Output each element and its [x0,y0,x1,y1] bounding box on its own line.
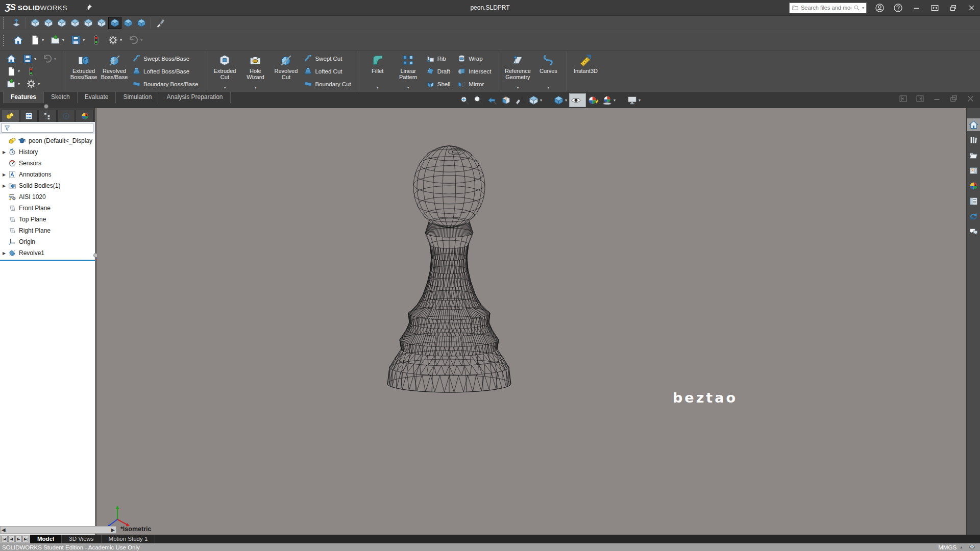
expand-icon[interactable]: ▶ [0,251,8,256]
scroll-left-icon[interactable]: ◀ [2,527,6,533]
section-view-button[interactable] [500,94,512,107]
new-document-button[interactable]: ▾ [27,33,47,47]
view-settings-button[interactable]: ▾ [626,94,642,107]
expand-icon[interactable]: ▶ [0,184,8,188]
view-front-button[interactable] [29,17,42,29]
flyout-arrow-icon[interactable]: ▾ [377,85,379,90]
pane-previous-button[interactable] [899,94,908,103]
revolved-cut-button[interactable]: RevolvedCut [271,52,301,91]
view-dimetric-button[interactable] [135,17,148,29]
tree-item-top-plane[interactable]: Top Plane [0,214,95,225]
panel-tab-featuremanager[interactable] [1,110,19,122]
normal-to-button[interactable] [10,17,23,29]
open-document-button[interactable]: ▾ [6,79,20,89]
help-button[interactable] [892,2,903,13]
panel-tab-dimxpertmanager[interactable] [57,110,76,122]
reference-geometry-button[interactable]: ReferenceGeometry ▾ [503,52,532,91]
wireframe-pawn-model[interactable] [385,145,513,395]
feature-tree-filter[interactable] [2,123,93,133]
panel-splitter-knob[interactable] [44,104,48,109]
flyout-arrow-icon[interactable]: ▾ [547,85,549,90]
panel-tab-configurationmanager[interactable] [38,110,57,122]
flyout-arrow-icon[interactable]: ▾ [224,85,226,90]
boundary-boss-button[interactable]: Boundary Boss/Base [131,79,201,89]
search-icon[interactable] [853,5,860,11]
tab-evaluate[interactable]: Evaluate [78,92,116,103]
tree-item-solid-bodies-1-[interactable]: ▶ Solid Bodies(1) [0,180,95,191]
shell-button[interactable]: Shell [425,79,454,89]
pin-menu-icon[interactable] [85,4,93,12]
lofted-boss-button[interactable]: Lofted Boss/Base [131,66,201,77]
nav-previous-button[interactable]: ◀ [8,536,15,542]
feature-panel-scrollbar[interactable]: ◀ ▶ [0,526,116,534]
toolbar-drag-handle[interactable] [3,17,7,29]
pane-next-button[interactable] [916,94,924,103]
tree-item-aisi-1020[interactable]: AISI 1020 [0,191,95,203]
flyout-arrow-icon[interactable]: ▾ [407,85,409,90]
view-isometric-button[interactable] [108,17,121,29]
mirror-button[interactable]: Mirror [456,79,494,89]
hide-show-items-button[interactable]: ▾ [569,93,586,107]
taskpane-comments-button[interactable] [967,226,980,238]
view-top-button[interactable] [82,17,95,29]
swept-cut-button[interactable]: Swept Cut [303,53,354,64]
search-input[interactable] [801,5,851,11]
flyout-arrow-icon[interactable]: ▾ [254,85,256,90]
tree-item-origin[interactable]: Origin [0,236,95,247]
taskpane-custom-properties-button[interactable] [967,195,980,208]
wrap-button[interactable]: Wrap [456,53,494,64]
expand-icon[interactable]: ▶ [0,150,8,155]
rib-button[interactable]: Rib [425,53,454,64]
filter-input[interactable] [12,125,91,131]
new-document-button[interactable]: ▾ [6,66,20,77]
apply-scene-button[interactable]: ▾ [601,94,617,107]
home-button[interactable] [6,54,16,64]
tree-item-revolve1[interactable]: ▶ Revolve1 [0,247,95,259]
doctab-model[interactable]: Model [30,535,62,543]
doc-minimize-button[interactable] [933,94,941,103]
tree-item-sensors[interactable]: Sensors [0,158,95,169]
undo-button[interactable]: ▾ [42,54,56,64]
expand-icon[interactable]: ▶ [0,172,8,177]
units-selector[interactable]: MMGS ▲ [938,544,963,550]
tab-analysis-preparation[interactable]: Analysis Preparation [159,92,230,103]
span-displays-button[interactable] [929,2,940,13]
tab-features[interactable]: Features [3,92,44,103]
doctab-motion-study-1[interactable]: Motion Study 1 [102,535,156,543]
fillet-button[interactable]: Fillet ▾ [363,52,393,91]
user-account-button[interactable] [874,2,885,13]
rebuild-button[interactable] [26,66,36,77]
view-right-button[interactable] [68,17,82,29]
linear-pattern-button[interactable]: LinearPattern ▾ [394,52,423,91]
revolved-boss-button[interactable]: RevolvedBoss/Base [100,52,129,91]
doctab-3d-views[interactable]: 3D Views [62,535,101,543]
taskpane-design-library-button[interactable] [967,134,980,146]
swept-boss-button[interactable]: Swept Boss/Base [131,53,201,64]
view-trimetric-button[interactable] [121,17,135,29]
taskpane-view-palette-button[interactable] [967,164,980,177]
view-left-button[interactable] [55,17,68,29]
search-box[interactable]: ▾ [789,3,867,13]
undo-button[interactable]: ▾ [125,33,145,47]
extruded-boss-button[interactable]: ExtrudedBoss/Base [69,52,99,91]
units-badge-icon[interactable] [968,543,976,551]
rollback-bar[interactable] [0,260,95,261]
tree-item-history[interactable]: ▶ History [0,146,95,158]
intersect-button[interactable]: Intersect [456,66,494,77]
apply-style-button[interactable] [154,17,167,29]
edit-appearance-button[interactable] [587,94,600,107]
scroll-right-icon[interactable]: ▶ [111,527,115,533]
view-orientation-button[interactable]: ▾ [527,94,543,107]
restore-button[interactable] [947,2,959,13]
tab-simulation[interactable]: Simulation [116,92,159,103]
boundary-cut-button[interactable]: Boundary Cut [303,79,354,89]
home-button[interactable] [10,33,27,47]
tab-sketch[interactable]: Sketch [44,92,78,103]
hole-wizard-button[interactable]: HoleWizard ▾ [240,52,270,91]
save-button[interactable]: ▾ [67,33,88,47]
annotation-view-button[interactable] [513,94,526,107]
rebuild-button[interactable] [88,33,105,47]
save-button[interactable]: ▾ [22,54,36,64]
minimize-button[interactable] [911,2,922,13]
taskpane-solidworks-resources-button[interactable] [967,118,980,131]
